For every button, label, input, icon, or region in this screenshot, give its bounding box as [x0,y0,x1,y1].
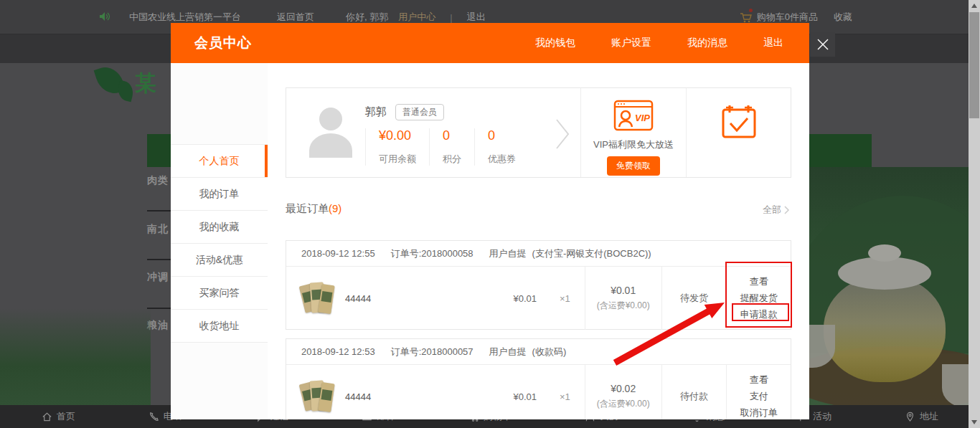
nav-my-wallet[interactable]: 我的钱包 [535,37,575,49]
nav-account-settings[interactable]: 账户设置 [611,37,651,49]
action-view[interactable]: 查看 [750,275,768,288]
bottom-nav-home: 首页 [42,410,75,423]
action-remind-shipment[interactable]: 提醒发货 [740,292,778,305]
action-request-refund[interactable]: 申请退款 [740,308,778,321]
order-total: ¥0.01 [611,285,636,296]
chevron-right-icon[interactable] [555,117,570,154]
avatar [309,108,352,158]
modal-sidebar: 个人首页 我的订单 我的收藏 活动&优惠 买家问答 收货地址 [171,63,268,419]
recent-orders-title: 最近订单(9) [286,202,341,214]
order-shipping: (含运费¥0.00) [597,398,650,410]
logo-text: 某 [135,69,156,98]
product-name[interactable]: 44444 [345,293,371,304]
stat-coupons: 0 优惠券 [474,128,529,166]
product-name[interactable]: 44444 [345,391,371,402]
nav-logout[interactable]: 退出 [763,37,783,49]
sidebar-item-my-orders[interactable]: 我的订单 [171,178,268,211]
order-datetime: 2018-09-12 12:55 [301,248,375,259]
modal-title: 会员中心 [194,34,252,52]
action-view[interactable]: 查看 [750,374,768,386]
product-price: ¥0.01 [513,293,537,304]
browser-scrollbar[interactable] [969,0,980,428]
sidebar-item-my-favorites[interactable]: 我的收藏 [171,211,268,244]
member-center-modal: 会员中心 我的钱包 账户设置 我的消息 退出 个人首页 我的订单 我的收藏 活动… [171,23,809,419]
product-thumbnail[interactable] [301,280,334,316]
order-datetime: 2018-09-12 12:53 [301,346,375,357]
vip-caption: VIP福利限免大放送 [593,138,674,151]
order-total-cell: ¥0.01 (含运费¥0.00) [585,267,661,330]
stat-points: 0 积分 [429,128,474,166]
modal-close-button[interactable] [810,32,835,57]
vip-icon-text: VIP [635,113,650,123]
check-in-section [686,88,791,177]
brand-text: 中国农业线上营销第一平台 [129,11,241,24]
category-item: 南北 [147,223,171,236]
action-cancel-order[interactable]: 取消订单 [740,406,778,419]
stat-balance: ¥0.00 可用余额 [365,128,429,166]
action-pay[interactable]: 支付 [750,390,768,403]
topbar-divider: | [450,12,452,23]
calendar-check-icon[interactable] [720,104,758,143]
user-name: 郭郭 [365,105,387,119]
member-level-badge: 普通会员 [395,104,444,120]
nav-my-messages[interactable]: 我的消息 [687,37,727,49]
close-icon [816,38,829,51]
modal-header: 会员中心 我的钱包 账户设置 我的消息 退出 [171,23,809,63]
vip-icon: VIP [613,100,654,134]
order-header: 2018-09-12 12:53 订单号:2018000057 用户自提 (收款… [286,339,791,365]
order-delivery: 用户自提 [489,346,527,358]
bottom-nav-address: 地址 [905,410,938,423]
tea-scene-image [809,167,969,405]
chevron-right-icon [784,206,790,214]
product-price: ¥0.01 [513,391,537,402]
category-item: 肉类 [147,174,171,187]
recent-orders-header: 最近订单(9) 全部 [286,202,791,219]
order-delivery: 用户自提 [489,247,527,260]
phone-icon [149,412,159,422]
sidebar-item-shipping-address[interactable]: 收货地址 [171,310,268,343]
speaker-icon [99,11,110,24]
order-payment: (收款码) [532,346,567,358]
product-quantity: ×1 [560,391,570,402]
order-status: 待付款 [661,365,727,419]
home-icon [42,412,52,422]
product-quantity: ×1 [560,293,570,304]
cart-text: 购物车0件商品 [757,11,818,24]
view-all-link[interactable]: 全部 [763,204,790,217]
greeting-text: 你好, 郭郭 [346,11,388,24]
order-total-cell: ¥0.02 (含运费¥0.00) [585,365,661,419]
order-product-cell: 44444 ¥0.01 ×1 [286,267,585,330]
favorites-link: 收藏 [834,11,852,24]
order-status: 待发货 [661,267,727,330]
product-thumbnail[interactable] [301,379,334,414]
vip-benefit-section: VIP VIP福利限免大放送 免费领取 [580,88,686,177]
category-item: 冲调 [147,271,171,284]
order-shipping: (含运费¥0.00) [597,300,650,312]
scroll-up-arrow[interactable] [969,0,980,11]
scrollbar-thumb[interactable] [969,12,979,118]
order-number: 订单号:2018000058 [391,247,473,260]
cart-link: 购物车0件商品 [740,11,818,24]
order-actions-cell: 查看 提醒发货 申请退款 [726,267,791,330]
sidebar-item-personal-home[interactable]: 个人首页 [171,145,268,178]
scroll-down-arrow[interactable] [969,417,980,428]
user-center-link: 用户中心 [398,11,435,24]
order-count: (9) [329,202,341,214]
order-total: ¥0.02 [611,383,636,394]
profile-section: 郭郭 普通会员 ¥0.00 可用余额 0 积分 0 [286,88,580,177]
order-number: 订单号:2018000057 [391,346,473,358]
order-header: 2018-09-12 12:55 订单号:2018000058 用户自提 (支付… [286,241,791,267]
order-actions-cell: 查看 支付 取消订单 [726,365,791,419]
order-product-cell: 44444 ¥0.01 ×1 [286,365,585,419]
order-card: 2018-09-12 12:53 订单号:2018000057 用户自提 (收款… [286,338,791,419]
profile-card: 郭郭 普通会员 ¥0.00 可用余额 0 积分 0 [286,87,791,178]
logout-link: 退出 [467,11,486,24]
sidebar-item-buyer-qa[interactable]: 买家问答 [171,277,268,310]
location-pin-icon [905,412,915,422]
order-card: 2018-09-12 12:55 订单号:2018000058 用户自提 (支付… [286,240,791,330]
order-payment: (支付宝-网银支付(BOCB2C)) [532,247,651,260]
background-greenery [0,308,151,405]
home-link: 返回首页 [277,11,314,24]
free-claim-button[interactable]: 免费领取 [607,156,660,176]
sidebar-item-activities-offers[interactable]: 活动&优惠 [171,244,268,277]
